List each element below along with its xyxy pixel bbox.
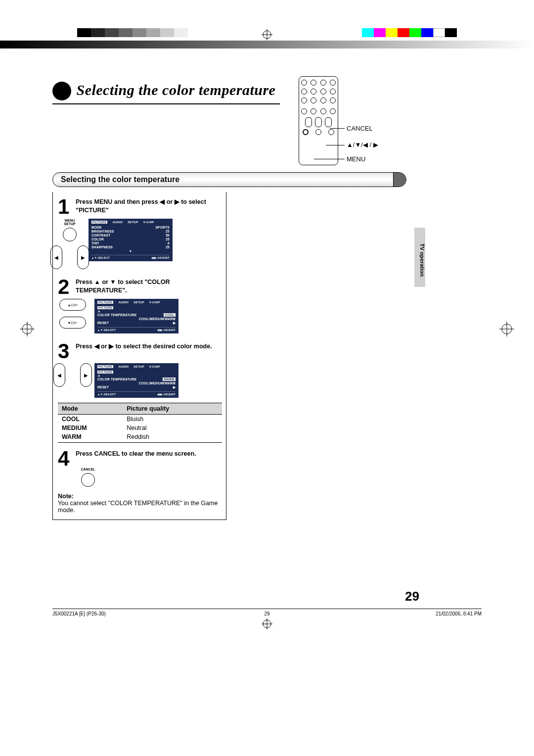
section-header-cap [393, 173, 406, 187]
note-label: Note: [58, 493, 74, 500]
up-arrow-icon: ▲ [97, 374, 176, 377]
remote-illustration: CANCEL ▲/▼/◀ / ▶ MENU [299, 76, 338, 165]
print-footer: J5X00221A [E] (P26-30) 29 21/02/2006, 8:… [52, 609, 482, 616]
leader-line [314, 159, 345, 159]
up-arrow-icon: ▲ [97, 309, 176, 313]
footer-center: 29 [264, 611, 269, 616]
step-number: 4 [58, 450, 74, 468]
step-number: 2 [58, 278, 74, 296]
grayscale-swatches [77, 28, 188, 37]
button-label: CANCEL [81, 468, 95, 471]
table-header: Picture quality [123, 403, 222, 415]
cancel-button-icon [81, 473, 95, 487]
leader-line [326, 145, 345, 145]
osd-screen-3: PICTUREAUDIOSETUPV-CHIP PICTURE ▲ COLOR … [94, 363, 178, 398]
leader-line [330, 128, 345, 129]
down-arrow-icon: ▼ [91, 249, 170, 253]
footer-right: 21/02/2006, 8:41 PM [436, 611, 482, 616]
note: Note: You cannot select "COLOR TEMPERATU… [58, 493, 221, 514]
steps-panel: 1 Press MENU and then press ◀ or ▶ to se… [52, 192, 226, 520]
step-number: 3 [58, 342, 74, 360]
note-body: You cannot select "COLOR TEMPERATURE" in… [58, 500, 218, 514]
crosshair-icon [20, 322, 35, 336]
page-number: 29 [405, 589, 419, 604]
osd-screen-2: PICTUREAUDIOSETUPV-CHIP PICTURE ▲ COLOR … [94, 299, 178, 333]
remote-label-cancel: CANCEL [347, 125, 373, 132]
step-2: 2 Press ▲ or ▼ to select "COLOR TEMPERAT… [58, 278, 221, 333]
remote-label-menu: MENU [347, 155, 365, 163]
down-arrow-icon: ▼ [110, 279, 116, 285]
table-header: Mode [58, 403, 123, 415]
right-arrow-icon: ▶ [109, 343, 114, 350]
menu-button-icon [63, 228, 77, 241]
button-label: MENU [65, 219, 75, 222]
ch-up-button-icon: ▲CH+ [59, 299, 86, 311]
left-arrow-icon: ◀ [94, 343, 99, 350]
table-row: WARMReddish [58, 432, 222, 443]
step-instruction: Press ◀ or ▶ to select the desired color… [76, 342, 221, 351]
nav-right-button-icon: ▶ [80, 363, 92, 387]
page-title: Selecting the color temperature [52, 82, 280, 104]
table-row: COOLBluish [58, 415, 222, 424]
step-instruction: Press ▲ or ▼ to select "COLOR TEMPERATUR… [76, 278, 221, 295]
nav-left-button-icon: ◀ [50, 245, 62, 269]
manual-page: Selecting the color temperature CANCEL ▲… [0, 0, 534, 756]
title-text: Selecting the color temperature [76, 82, 275, 98]
nav-right-button-icon: ▶ [77, 245, 89, 269]
table-row: MEDIUMNeutral [58, 424, 222, 432]
step-4: 4 Press CANCEL to clear the menu screen.… [58, 450, 221, 487]
color-swatches [362, 28, 457, 37]
remote-label-arrows: ▲/▼/◀ / ▶ [347, 141, 378, 148]
crosshair-icon [262, 618, 272, 629]
right-arrow-icon: ▶ [175, 198, 179, 205]
registration-bar [0, 28, 534, 41]
osd-screen-1: PICTUREAUDIOSETUPV-CHIP MODESPORTS BRIGH… [89, 219, 173, 261]
button-label: SETUP [64, 222, 75, 226]
ch-down-button-icon: ▼CH− [59, 317, 86, 329]
crosshair-icon [499, 322, 514, 336]
footer-left: J5X00221A [E] (P26-30) [52, 611, 106, 616]
step-1: 1 Press MENU and then press ◀ or ▶ to se… [58, 198, 221, 269]
left-arrow-icon: ◀ [160, 198, 165, 205]
step-instruction: Press CANCEL to clear the menu screen. [76, 450, 221, 458]
chapter-tab: TV operation [414, 228, 425, 287]
step-3: 3 Press ◀ or ▶ to select the desired col… [58, 342, 221, 443]
up-arrow-icon: ▲ [94, 279, 100, 285]
mode-table: Mode Picture quality COOLBluish MEDIUMNe… [58, 403, 222, 443]
title-underline [52, 103, 280, 104]
crosshair-icon [262, 29, 272, 40]
step-number: 1 [58, 198, 74, 216]
gradient-bar [0, 41, 534, 48]
step-instruction: Press MENU and then press ◀ or ▶ to sele… [76, 198, 221, 215]
title-bullet-icon [52, 82, 71, 100]
nav-left-button-icon: ◀ [53, 363, 65, 387]
section-header: Selecting the color temperature [52, 172, 406, 187]
section-header-text: Selecting the color temperature [61, 175, 179, 184]
